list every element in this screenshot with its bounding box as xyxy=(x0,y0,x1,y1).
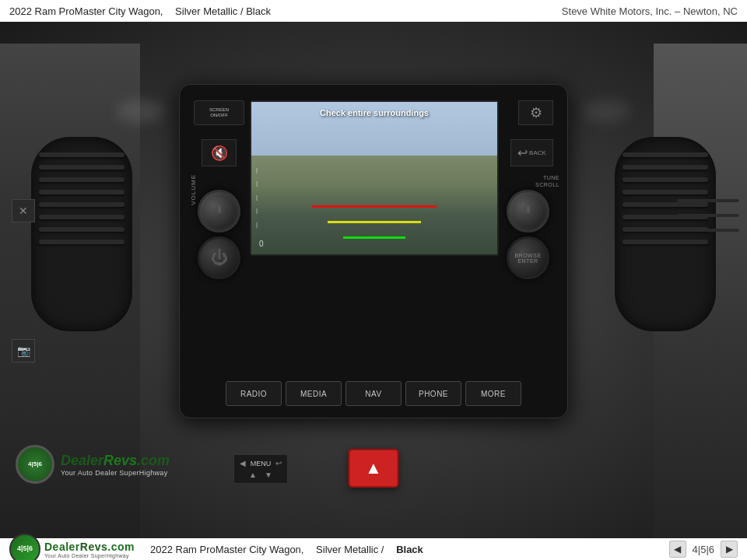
left-dash-icon-top: ✕ xyxy=(12,199,35,222)
top-header-bar: 2022 Ram ProMaster City Wagon, Silver Me… xyxy=(0,0,747,22)
vent-slat-8 xyxy=(39,240,124,244)
distance-value: 0 xyxy=(259,240,264,248)
screen-on-off-button[interactable]: SCREEN ON/OFF xyxy=(194,100,244,125)
vehicle-title-header: 2022 Ram ProMaster City Wagon, xyxy=(9,5,163,17)
more-label: MORE xyxy=(481,390,506,398)
footer-logo-circle: 4|5|6 xyxy=(9,534,40,560)
dash-line-1 xyxy=(677,199,739,202)
hazard-button[interactable]: ▲ xyxy=(349,449,399,488)
footer-logo-text: DealerRevs.com Your Auto Dealer SuperHig… xyxy=(44,541,135,558)
left-control-panel: SCREEN ON/OFF 🔇 VOLUME ⏻ xyxy=(186,100,252,256)
vehicle-color-header: Silver Metallic / Black xyxy=(175,5,271,17)
infotainment-screen: Check entire surroundings | | | | | 0 xyxy=(250,100,499,256)
tune-knob[interactable] xyxy=(507,190,549,233)
nav-button[interactable]: NAV xyxy=(345,381,402,406)
menu-button[interactable]: ◀ MENU ↩ ▲ ▼ xyxy=(233,454,288,484)
right-dash-texture xyxy=(677,199,739,243)
mute-icon: 🔇 xyxy=(211,145,228,162)
vent-slat-7 xyxy=(39,227,124,232)
vehicle-color-value-footer: Black xyxy=(396,544,423,555)
car-photo-area: ✕ 📷 xyxy=(0,22,747,538)
radio-button[interactable]: RADIO xyxy=(226,381,282,406)
vent-slat-1 xyxy=(39,152,124,157)
tune-scroll-label: TUNE SCROLL xyxy=(535,174,559,188)
vehicle-title-footer: 2022 Ram ProMaster City Wagon, xyxy=(150,544,303,555)
bottom-footer-bar: 4|5|6 DealerRevs.com Your Auto Dealer Su… xyxy=(0,538,747,560)
right-dashboard-area xyxy=(654,44,747,538)
settings-button[interactable]: ⚙ xyxy=(518,100,553,125)
return-icon: ↩ xyxy=(275,459,282,467)
distance-markers: | | | | | xyxy=(256,163,258,232)
distance-marker-5: | xyxy=(256,218,258,232)
footer-sep-1 xyxy=(308,544,311,555)
left-vent xyxy=(31,137,132,331)
prev-arrow-icon: ◀ xyxy=(674,544,681,555)
nav-label: NAV xyxy=(365,390,381,398)
watermark-main-text: DealerRevs.com xyxy=(61,453,170,469)
next-arrow-icon: ▶ xyxy=(726,544,733,555)
power-button[interactable]: ⏻ xyxy=(198,236,240,279)
vent-slat-6 xyxy=(39,215,124,219)
back-button[interactable]: ↩ BACK xyxy=(510,139,553,166)
backup-camera-view: Check entire surroundings | | | | | 0 xyxy=(251,102,497,254)
left-vent-slats xyxy=(39,152,124,252)
lower-console: ◀ MENU ↩ ▲ ▼ ▲ xyxy=(140,429,607,499)
footer-logo-main: DealerRevs.com xyxy=(44,541,135,553)
left-dash-icon-bottom: 📷 xyxy=(12,339,35,362)
right-vent-slat-3 xyxy=(622,177,708,182)
bottom-nav-buttons: RADIO MEDIA NAV PHONE MORE xyxy=(226,381,521,406)
parking-line-yellow xyxy=(328,221,421,223)
vent-slat-4 xyxy=(39,190,124,194)
media-button[interactable]: MEDIA xyxy=(286,381,342,406)
watermark-tagline: Your Auto Dealer SuperHighway xyxy=(61,469,170,477)
right-vent-slat-4 xyxy=(622,190,708,194)
distance-marker-4: | xyxy=(256,204,258,218)
dot-com-text: .com xyxy=(137,453,170,468)
vehicle-color-label-footer: Silver Metallic / xyxy=(316,544,384,555)
screen-on-off-label: SCREEN ON/OFF xyxy=(209,107,229,118)
watermark-logo: 4|5|6 DealerRevs.com Your Auto Dealer Su… xyxy=(16,445,170,484)
dash-line-2 xyxy=(677,214,739,217)
separator-1 xyxy=(167,5,170,17)
hazard-icon: ▲ xyxy=(365,458,382,478)
right-control-panel: ⚙ ↩ BACK TUNE SCROLL BROWSE ENTER xyxy=(495,100,561,256)
volume-knob[interactable] xyxy=(198,190,240,233)
mute-button[interactable]: 🔇 xyxy=(202,139,237,166)
power-icon: ⏻ xyxy=(211,248,228,268)
footer-logo: 4|5|6 DealerRevs.com Your Auto Dealer Su… xyxy=(9,534,135,560)
down-arrow-icon: ▼ xyxy=(265,471,272,479)
dash-line-3 xyxy=(677,229,739,232)
distance-marker-1: | xyxy=(256,163,258,177)
phone-button[interactable]: PHONE xyxy=(405,381,461,406)
menu-btn-inner: ◀ MENU ↩ xyxy=(240,459,282,467)
distance-marker-3: | xyxy=(256,191,258,205)
browse-enter-label: BROWSE ENTER xyxy=(514,253,541,264)
distance-marker-2: | xyxy=(256,177,258,191)
parking-guidelines xyxy=(343,148,405,254)
right-vent-slat-1 xyxy=(622,152,708,157)
camera-icon: 📷 xyxy=(17,345,30,357)
camera-warning-text: Check entire surroundings xyxy=(251,108,497,117)
vent-slat-5 xyxy=(39,202,124,207)
browse-enter-button[interactable]: BROWSE ENTER xyxy=(507,236,549,279)
ambient-light-right xyxy=(584,100,630,123)
media-label: MEDIA xyxy=(300,390,327,398)
revs-text: Revs xyxy=(103,453,137,468)
dealer-info-header: Steve White Motors, Inc. – Newton, NC xyxy=(562,5,738,17)
footer-logo-circle-text: 4|5|6 xyxy=(17,545,33,553)
warning-icon: ✕ xyxy=(19,205,28,217)
dealer-text: Dealer xyxy=(61,453,103,468)
infotainment-unit: SCREEN ON/OFF 🔇 VOLUME ⏻ xyxy=(179,84,568,418)
watermark-circle: 4|5|6 xyxy=(16,445,54,484)
prev-page-button[interactable]: ◀ xyxy=(669,541,686,558)
vent-slat-3 xyxy=(39,177,124,182)
page-numbers: 4|5|6 xyxy=(693,544,714,555)
left-arrow-icon: ◀ xyxy=(240,459,246,467)
more-button[interactable]: MORE xyxy=(465,381,521,406)
footer-logo-tagline: Your Auto Dealer SuperHighway xyxy=(44,553,135,558)
back-label: BACK xyxy=(529,149,546,156)
watermark-text-block: DealerRevs.com Your Auto Dealer SuperHig… xyxy=(61,453,170,477)
radio-label: RADIO xyxy=(240,390,267,398)
next-page-button[interactable]: ▶ xyxy=(721,541,738,558)
volume-label: VOLUME xyxy=(190,174,197,205)
